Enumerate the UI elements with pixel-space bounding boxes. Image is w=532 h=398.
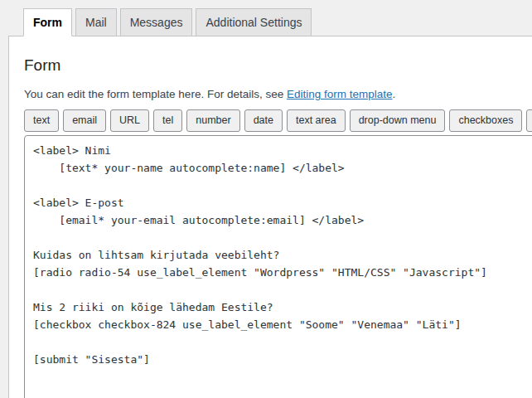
tag-generator-email-button[interactable]: email (63, 109, 106, 132)
editing-form-template-link[interactable]: Editing form template (287, 88, 393, 100)
tag-generator-drop-down-menu-button[interactable]: drop-down menu (350, 109, 446, 132)
contact-form-editor: Form Mail Messages Additional Settings F… (8, 8, 532, 398)
tag-generator-tel-button[interactable]: tel (153, 109, 182, 132)
tag-generator-toolbar: text email URL tel number date text area… (24, 109, 532, 132)
panel-description: You can edit the form template here. For… (24, 87, 532, 102)
tag-generator-text-area-button[interactable]: text area (287, 109, 346, 132)
tag-generator-radio-buttons-button[interactable]: radio buttons (526, 109, 532, 132)
description-text: You can edit the form template here. For… (24, 88, 287, 100)
tag-generator-url-button[interactable]: URL (110, 109, 149, 132)
form-editor-page: Form Mail Messages Additional Settings F… (0, 0, 532, 398)
tag-generator-text-button[interactable]: text (24, 109, 59, 132)
editor-tab-bar: Form Mail Messages Additional Settings (8, 8, 532, 36)
tag-generator-checkboxes-button[interactable]: checkboxes (449, 109, 522, 132)
tab-mail[interactable]: Mail (75, 8, 117, 36)
form-panel: Form You can edit the form template here… (8, 36, 532, 398)
tab-messages[interactable]: Messages (120, 8, 193, 36)
form-template-textarea[interactable]: <label> Nimi [text* your-name autocomple… (24, 135, 532, 398)
tag-generator-date-button[interactable]: date (244, 109, 283, 132)
panel-heading: Form (24, 56, 532, 75)
tag-generator-number-button[interactable]: number (186, 109, 239, 132)
tab-form[interactable]: Form (23, 8, 72, 36)
tab-additional-settings[interactable]: Additional Settings (196, 8, 312, 36)
description-text-suffix: . (393, 88, 396, 100)
